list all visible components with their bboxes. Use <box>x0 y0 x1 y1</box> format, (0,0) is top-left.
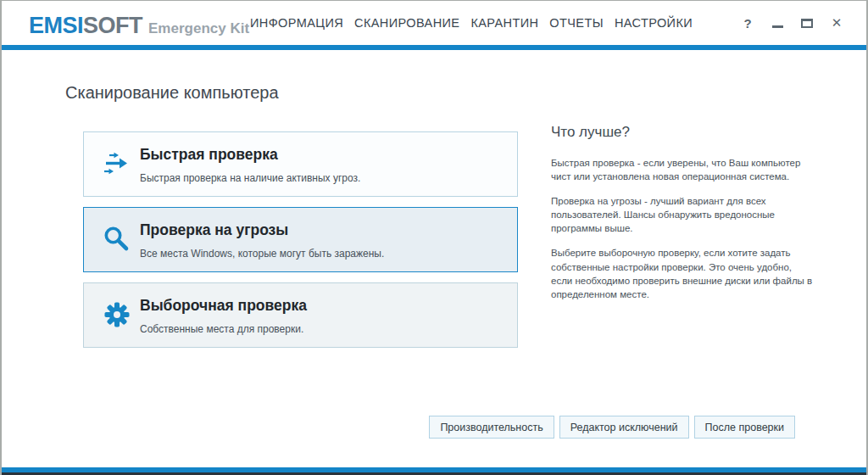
emsisoft-logo: EMSISOFTEmergency Kit <box>29 13 249 39</box>
help-paragraph-malware: Проверка на угрозы - лучший вариант для … <box>551 194 815 235</box>
footer-buttons: Производительность Редактор исключений П… <box>429 416 795 439</box>
menu-item-reports[interactable]: ОТЧЕТЫ <box>549 16 604 30</box>
after-scan-button[interactable]: После проверки <box>694 416 795 439</box>
maximize-button[interactable] <box>799 15 815 31</box>
minimize-icon <box>772 25 783 28</box>
gear-icon <box>103 300 131 329</box>
custom-scan-title: Выборочная проверка <box>140 297 307 315</box>
logo-subtitle: Emergency Kit <box>148 20 249 36</box>
menu-item-information[interactable]: ИНФОРМАЦИЯ <box>250 16 343 30</box>
help-paragraph-custom: Выберите выборочную проверку, если хотит… <box>551 246 815 300</box>
malware-scan-title: Проверка на угрозы <box>140 221 288 239</box>
help-paragraph-quick: Быстрая проверка - если уверены, что Ваш… <box>551 156 815 183</box>
malware-scan-card[interactable]: Проверка на угрозы Все места Windows, ко… <box>83 207 518 272</box>
help-panel-title: Что лучше? <box>551 124 815 141</box>
help-panel: Что лучше? Быстрая проверка - если увере… <box>551 124 815 312</box>
quick-scan-card[interactable]: Быстрая проверка Быстрая проверка на нал… <box>83 131 518 197</box>
fast-scan-arrows-icon <box>103 149 131 178</box>
window-controls: ? ✕ <box>740 1 844 45</box>
menu-item-quarantine[interactable]: КАРАНТИН <box>470 16 538 30</box>
main-menu: ИНФОРМАЦИЯ СКАНИРОВАНИЕ КАРАНТИН ОТЧЕТЫ … <box>250 1 693 45</box>
minimize-button[interactable] <box>770 15 785 31</box>
logo-part-emsi: EMSI <box>29 13 83 38</box>
header-accent-line <box>2 45 866 50</box>
menu-item-scanning[interactable]: СКАНИРОВАНИЕ <box>354 16 459 30</box>
malware-scan-subtitle: Все места Windows, которые могут быть за… <box>140 248 384 260</box>
maximize-icon <box>801 19 813 28</box>
page-title: Сканирование компьютера <box>65 83 279 103</box>
performance-button[interactable]: Производительность <box>429 416 554 439</box>
scan-options-list: Быстрая проверка Быстрая проверка на нал… <box>83 131 518 358</box>
title-bar: EMSISOFTEmergency Kit ИНФОРМАЦИЯ СКАНИРО… <box>2 1 866 45</box>
close-button[interactable]: ✕ <box>829 15 844 31</box>
exclusions-editor-button[interactable]: Редактор исключений <box>559 416 689 439</box>
app-window: EMSISOFTEmergency Kit ИНФОРМАЦИЯ СКАНИРО… <box>0 0 868 475</box>
logo-part-soft: SOFT <box>83 13 142 38</box>
custom-scan-card[interactable]: Выборочная проверка Собственные места дл… <box>83 282 518 348</box>
custom-scan-subtitle: Собственные места для проверки. <box>140 323 303 335</box>
quick-scan-subtitle: Быстрая проверка на наличие активных угр… <box>140 172 360 184</box>
magnifier-icon <box>103 225 131 254</box>
help-button[interactable]: ? <box>740 15 755 31</box>
menu-item-settings[interactable]: НАСТРОЙКИ <box>615 16 693 30</box>
quick-scan-title: Быстрая проверка <box>140 146 278 164</box>
